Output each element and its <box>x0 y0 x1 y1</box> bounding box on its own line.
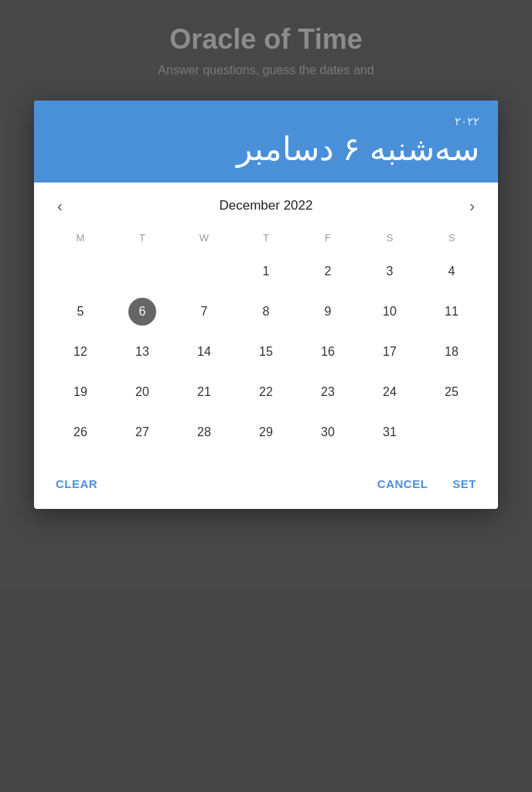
day-label: 9 <box>314 298 342 326</box>
calendar-day[interactable]: 13 <box>111 332 173 372</box>
day-label: 30 <box>314 418 342 446</box>
calendar-day[interactable]: 18 <box>421 332 483 372</box>
day-label: 10 <box>376 298 404 326</box>
dialog-footer: CLEAR CANCEL SET <box>34 459 498 509</box>
header-date: سه‌شنبه ۶ دسامبر <box>53 131 479 167</box>
calendar-day[interactable]: 25 <box>421 372 483 412</box>
calendar-empty <box>173 251 235 292</box>
footer-right-buttons: CANCEL SET <box>374 473 479 495</box>
day-label: 29 <box>252 418 280 446</box>
calendar-week-row: 19202122232425 <box>49 372 483 412</box>
day-label: 17 <box>376 338 404 366</box>
day-label: 22 <box>252 378 280 406</box>
weekday-label: T <box>235 229 297 251</box>
weekday-label: M <box>49 229 111 251</box>
day-label: 12 <box>66 338 94 366</box>
day-label: 6 <box>128 298 156 326</box>
calendar-day[interactable]: 11 <box>421 292 483 332</box>
calendar-week-row: 1234 <box>49 251 483 292</box>
calendar-empty <box>49 251 111 292</box>
calendar-grid: MTWTFSS 12345678910111213141516171819202… <box>49 229 483 452</box>
month-title: December 2022 <box>220 198 313 213</box>
weekday-label: S <box>421 229 483 251</box>
calendar-day[interactable]: 20 <box>111 372 173 412</box>
day-label: 24 <box>376 378 404 406</box>
calendar-day[interactable]: 27 <box>111 412 173 452</box>
calendar-day[interactable]: 3 <box>359 251 421 292</box>
calendar-day[interactable]: 1 <box>235 251 297 292</box>
calendar-day[interactable]: 24 <box>359 372 421 412</box>
day-label: 7 <box>190 298 218 326</box>
weekday-label: S <box>359 229 421 251</box>
calendar-day[interactable]: 9 <box>297 292 359 332</box>
day-label: 25 <box>438 378 466 406</box>
calendar-day[interactable]: 28 <box>173 412 235 452</box>
day-label: 20 <box>128 378 156 406</box>
day-label: 1 <box>252 258 280 285</box>
dialog-header: ٢٠٢٢ سه‌شنبه ۶ دسامبر <box>34 101 498 183</box>
day-label: 23 <box>314 378 342 406</box>
cancel-button[interactable]: CANCEL <box>374 473 431 495</box>
weekday-label: F <box>297 229 359 251</box>
calendar-day[interactable]: 29 <box>235 412 297 452</box>
calendar-day[interactable]: 12 <box>49 332 111 372</box>
calendar-day[interactable]: 14 <box>173 332 235 372</box>
calendar-day[interactable]: 23 <box>297 372 359 412</box>
day-label: 4 <box>438 258 466 285</box>
calendar-day[interactable]: 22 <box>235 372 297 412</box>
date-picker-dialog: ٢٠٢٢ سه‌شنبه ۶ دسامبر ‹ December 2022 › … <box>34 101 498 509</box>
header-year: ٢٠٢٢ <box>53 114 479 128</box>
calendar-day[interactable]: 21 <box>173 372 235 412</box>
day-label: 16 <box>314 338 342 366</box>
prev-month-button[interactable]: ‹ <box>49 195 70 217</box>
calendar-day[interactable]: 26 <box>49 412 111 452</box>
calendar-week-row: 262728293031 <box>49 412 483 452</box>
day-label: 5 <box>66 298 94 326</box>
day-label: 19 <box>66 378 94 406</box>
day-label: 21 <box>190 378 218 406</box>
calendar-empty <box>111 251 173 292</box>
calendar-day[interactable]: 2 <box>297 251 359 292</box>
calendar-day[interactable]: 31 <box>359 412 421 452</box>
month-nav: ‹ December 2022 › <box>49 195 483 217</box>
calendar-day[interactable]: 16 <box>297 332 359 372</box>
day-label: 3 <box>376 258 404 285</box>
calendar-day[interactable]: 7 <box>173 292 235 332</box>
calendar-day[interactable]: 4 <box>421 251 483 292</box>
weekday-label: T <box>111 229 173 251</box>
day-label: 8 <box>252 298 280 326</box>
day-label: 26 <box>66 418 94 446</box>
calendar-day[interactable]: 8 <box>235 292 297 332</box>
day-label: 27 <box>128 418 156 446</box>
weekday-label: W <box>173 229 235 251</box>
calendar-day[interactable]: 19 <box>49 372 111 412</box>
calendar-day[interactable]: 5 <box>49 292 111 332</box>
clear-button[interactable]: CLEAR <box>53 473 101 495</box>
day-label: 13 <box>128 338 156 366</box>
calendar-week-row: 567891011 <box>49 292 483 332</box>
calendar-day[interactable]: 10 <box>359 292 421 332</box>
calendar-day[interactable]: 6 <box>111 292 173 332</box>
weekday-header-row: MTWTFSS <box>49 229 483 251</box>
calendar-day[interactable]: 17 <box>359 332 421 372</box>
calendar-section: ‹ December 2022 › MTWTFSS 12345678910111… <box>34 183 498 452</box>
calendar-week-row: 12131415161718 <box>49 332 483 372</box>
day-label: 31 <box>376 418 404 446</box>
set-button[interactable]: SET <box>449 473 479 495</box>
calendar-day[interactable]: 15 <box>235 332 297 372</box>
day-label: 28 <box>190 418 218 446</box>
day-label: 14 <box>190 338 218 366</box>
day-label: 15 <box>252 338 280 366</box>
day-label: 2 <box>314 258 342 285</box>
next-month-button[interactable]: › <box>462 195 483 217</box>
calendar-empty <box>421 412 483 452</box>
calendar-day[interactable]: 30 <box>297 412 359 452</box>
day-label: 11 <box>438 298 466 326</box>
day-label: 18 <box>438 338 466 366</box>
